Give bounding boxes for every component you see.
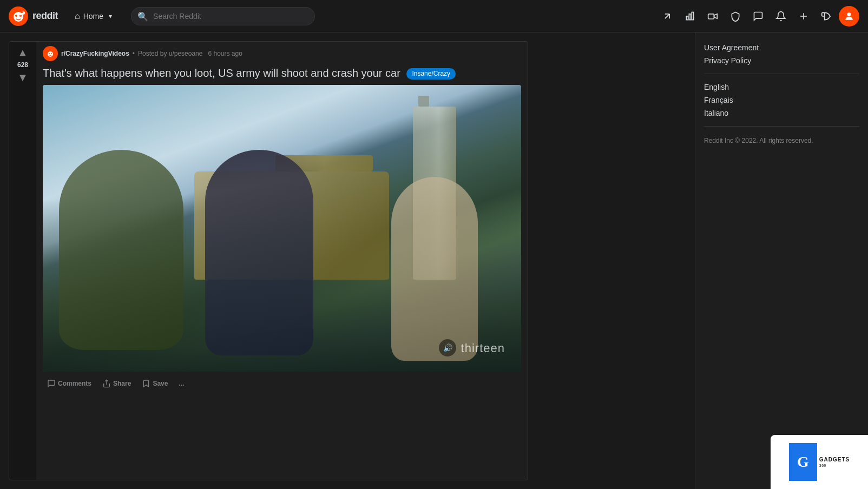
svg-rect-8 xyxy=(689,14,691,19)
svg-point-17 xyxy=(51,53,52,54)
figure-left xyxy=(59,150,183,350)
gadgets-brand-text: GADGETS xyxy=(819,457,850,462)
svg-point-2 xyxy=(15,15,17,17)
post-meta: r/CrazyFuckingVideos • Posted by u/peseo… xyxy=(43,46,521,61)
sound-button[interactable]: 🔊 xyxy=(439,339,456,356)
nav-icons xyxy=(657,6,859,27)
subreddit-name[interactable]: r/CrazyFuckingVideos xyxy=(61,50,129,57)
shield-icon-button[interactable] xyxy=(725,6,746,27)
bell-icon xyxy=(775,11,786,22)
save-button[interactable]: Save xyxy=(137,376,172,391)
save-label: Save xyxy=(153,380,168,387)
figure-right xyxy=(391,177,478,361)
post-actions: Comments Share Save xyxy=(43,376,521,391)
more-label: ... xyxy=(179,380,184,387)
popular-icon-button[interactable] xyxy=(657,6,678,27)
bell-icon-button[interactable] xyxy=(771,6,791,27)
comments-label: Comments xyxy=(58,380,91,387)
svg-rect-7 xyxy=(686,16,688,20)
post-content: r/CrazyFuckingVideos • Posted by u/peseo… xyxy=(36,42,528,480)
megaphone-icon-button[interactable] xyxy=(816,6,837,27)
top-navigation: reddit ⌂ Home ▾ 🔍 xyxy=(0,0,868,32)
search-icon: 🔍 xyxy=(137,11,148,21)
gadgets-g-icon: G xyxy=(789,443,817,481)
user-avatar-button[interactable] xyxy=(839,6,859,27)
sidebar-divider-1 xyxy=(704,74,859,74)
subreddit-avatar xyxy=(43,46,58,61)
home-label: Home xyxy=(83,12,103,21)
content-area: ▲ 628 ▼ r/ xyxy=(0,32,695,489)
megaphone-icon xyxy=(821,11,832,22)
svg-rect-9 xyxy=(692,12,693,19)
shield-icon xyxy=(730,11,741,22)
arrow-up-right-icon xyxy=(662,11,673,22)
search-input[interactable] xyxy=(131,7,315,25)
comments-button[interactable]: Comments xyxy=(43,376,96,391)
svg-rect-10 xyxy=(708,14,714,18)
vote-count: 628 xyxy=(17,61,28,69)
share-label: Share xyxy=(113,380,131,387)
chat-icon-button[interactable] xyxy=(748,6,768,27)
comments-icon xyxy=(47,379,56,388)
svg-point-13 xyxy=(847,12,851,16)
avatar-icon xyxy=(844,11,854,22)
svg-point-15 xyxy=(48,51,53,57)
video-icon xyxy=(707,11,718,22)
post-title: That's what happens when you loot, US ar… xyxy=(43,65,521,81)
video-frame: 🔊 thirteen xyxy=(43,85,521,372)
user-agreement-link[interactable]: User Agreement xyxy=(704,43,859,52)
gadgets-sub-text: 360 xyxy=(819,464,850,467)
home-icon: ⌂ xyxy=(75,11,80,21)
plus-icon xyxy=(798,11,809,22)
svg-point-16 xyxy=(49,53,50,54)
figure-center xyxy=(205,150,313,355)
share-icon xyxy=(102,379,111,388)
lang-francais[interactable]: Français xyxy=(704,96,859,104)
reddit-wordmark: reddit xyxy=(32,10,58,22)
subreddit-avatar-icon xyxy=(45,48,56,59)
meta-separator: • xyxy=(133,50,135,57)
share-button[interactable]: Share xyxy=(98,376,135,391)
stats-icon-button[interactable] xyxy=(680,6,700,27)
privacy-policy-link[interactable]: Privacy Policy xyxy=(704,56,859,65)
more-button[interactable]: ... xyxy=(174,376,188,391)
video-frame-container[interactable]: 🔊 thirteen xyxy=(43,85,521,372)
plus-icon-button[interactable] xyxy=(793,6,814,27)
svg-point-6 xyxy=(21,10,23,12)
lang-italiano[interactable]: Italiano xyxy=(704,109,859,117)
video-watermark: thirteen xyxy=(461,341,505,355)
upvote-button[interactable]: ▲ xyxy=(16,46,29,59)
reddit-logo-icon xyxy=(9,6,28,26)
main-layout: ▲ 628 ▼ r/ xyxy=(0,32,868,489)
vote-column: ▲ 628 ▼ xyxy=(9,42,36,480)
posted-by-text: Posted by u/peseoane 6 hours ago xyxy=(138,50,242,57)
reddit-logo-area[interactable]: reddit xyxy=(9,6,58,26)
post-media: 🔊 thirteen xyxy=(43,85,521,372)
gadgets-logo: G GADGETS 360 xyxy=(789,443,850,481)
right-sidebar: User Agreement Privacy Policy English Fr… xyxy=(695,32,868,489)
search-bar: 🔍 xyxy=(131,7,315,25)
gadgets-widget[interactable]: G GADGETS 360 xyxy=(771,435,868,489)
chart-icon xyxy=(685,11,695,22)
save-icon xyxy=(142,379,150,388)
downvote-button[interactable]: ▼ xyxy=(16,71,29,84)
chat-icon xyxy=(753,11,764,22)
home-button[interactable]: ⌂ Home ▾ xyxy=(69,8,118,25)
sidebar-divider-2 xyxy=(704,126,859,127)
lang-english[interactable]: English xyxy=(704,83,859,91)
post-card: ▲ 628 ▼ r/ xyxy=(9,41,528,480)
copyright-text: Reddit Inc © 2022. All rights reserved. xyxy=(704,137,813,144)
post-flair[interactable]: Insane/Crazy xyxy=(406,68,456,80)
video-icon-button[interactable] xyxy=(702,6,723,27)
chevron-down-icon: ▾ xyxy=(109,12,112,20)
